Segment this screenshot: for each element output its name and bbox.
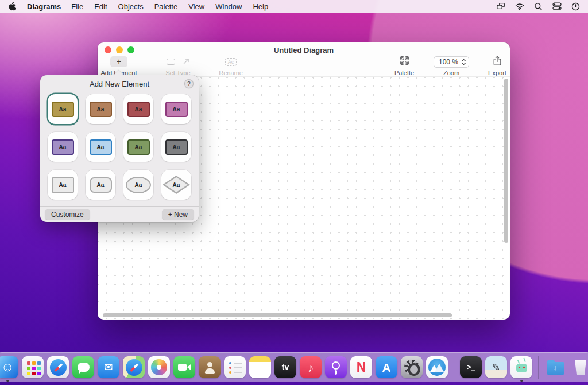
menu-app-name[interactable]: Diagrams	[27, 2, 61, 11]
news-glyph: N	[357, 361, 366, 374]
dock-item-trash[interactable]	[570, 356, 588, 378]
dock-item-finder[interactable]: ☺	[0, 356, 18, 378]
palette-label: Palette	[394, 69, 414, 76]
element-swatch: Aa	[52, 102, 74, 117]
dock-item-tv[interactable]: tv	[274, 356, 296, 378]
maps-icon	[123, 356, 145, 378]
dock-item-safari[interactable]	[47, 356, 69, 378]
element-style-5[interactable]: Aa	[48, 132, 78, 162]
dock-item-music[interactable]: ♪	[300, 356, 322, 378]
finder-glyph: ☺	[1, 361, 14, 374]
reminders-shape	[229, 362, 232, 365]
bubble-shape	[78, 363, 90, 372]
add-element-button[interactable]: +	[110, 56, 127, 67]
menu-edit[interactable]: Edit	[94, 2, 107, 11]
element-swatch: Aa	[126, 177, 151, 193]
dock: ☺✉tv♪NA>_✎↓	[0, 352, 588, 382]
menu-window[interactable]: Window	[215, 2, 242, 11]
element-style-1[interactable]: Aa	[48, 94, 78, 124]
preview-glyph: ✎	[492, 363, 500, 372]
dock-item-reminders[interactable]	[224, 356, 246, 378]
element-style-8[interactable]: Aa	[161, 132, 191, 162]
dock-item-maps[interactable]	[123, 356, 145, 378]
rename-icon[interactable]: Ac	[225, 58, 237, 66]
terminal-icon: >_	[460, 356, 482, 378]
windows-icon[interactable]	[496, 2, 505, 10]
trash-icon	[570, 356, 588, 378]
menu-palette[interactable]: Palette	[154, 2, 177, 11]
terminal-glyph: >_	[467, 364, 475, 371]
apple-logo-icon[interactable]	[8, 2, 17, 11]
element-style-6[interactable]: Aa	[86, 132, 115, 162]
dock-item-downloads[interactable]: ↓	[544, 356, 566, 378]
element-style-12[interactable]: Aa	[161, 170, 191, 200]
zoom-stepper[interactable]: 100 %	[434, 56, 469, 68]
trash-shape	[574, 360, 587, 375]
element-style-7[interactable]: Aa	[123, 132, 153, 162]
dock-item-launchpad[interactable]	[22, 356, 44, 378]
camera-shape	[178, 364, 187, 371]
stepper-chevrons-icon	[461, 59, 466, 65]
element-label: Aa	[135, 144, 142, 150]
person-shape	[207, 362, 212, 367]
element-style-11[interactable]: Aa	[123, 170, 153, 200]
desktop[interactable]: Diagrams FileEditObjectsPaletteViewWindo…	[0, 0, 588, 385]
dock-item-photos[interactable]	[148, 356, 170, 378]
menu-view[interactable]: View	[188, 2, 204, 11]
tv-icon: tv	[274, 356, 296, 378]
element-label: Aa	[97, 106, 105, 112]
dock-item-contacts[interactable]	[199, 356, 220, 378]
element-swatch: Aa	[90, 139, 112, 155]
element-style-9[interactable]: Aa	[48, 170, 78, 200]
export-share-icon[interactable]	[493, 56, 502, 68]
help-button[interactable]: ?	[184, 79, 194, 88]
tv-glyph: tv	[282, 363, 289, 371]
palette-icon[interactable]	[400, 56, 409, 68]
dock-item-news[interactable]: N	[350, 356, 372, 378]
search-icon[interactable]	[534, 2, 543, 11]
dock-item-notes[interactable]	[249, 356, 271, 378]
element-label: Aa	[97, 182, 105, 188]
running-indicator	[6, 380, 9, 382]
dock-item-diagrams[interactable]	[426, 356, 448, 378]
menu-help[interactable]: Help	[253, 2, 268, 11]
dock-item-system-preferences[interactable]	[401, 356, 423, 378]
element-style-3[interactable]: Aa	[123, 94, 153, 124]
export-label: Export	[488, 69, 506, 76]
horizontal-scrollbar-thumb[interactable]	[103, 313, 452, 317]
add-new-element-popover: Add New Element ? AaAaAaAaAaAaAaAaAaAaAa…	[40, 75, 199, 222]
dock-item-robot-app[interactable]	[510, 356, 532, 378]
podcasts-icon	[325, 356, 347, 378]
dock-item-mail[interactable]: ✉	[98, 356, 119, 378]
element-style-2[interactable]: Aa	[86, 94, 115, 124]
contacts-icon	[199, 356, 220, 378]
dock-separator	[454, 356, 454, 379]
dock-item-terminal[interactable]: >_	[460, 356, 482, 378]
customize-button[interactable]: Customize	[45, 209, 90, 220]
dock-item-messages[interactable]	[72, 356, 94, 378]
element-label: Aa	[59, 144, 67, 150]
podcasts-shape	[332, 361, 340, 370]
shape-type-icon[interactable]	[167, 59, 175, 65]
element-label: Aa	[59, 182, 67, 188]
element-label: Aa	[97, 144, 105, 150]
new-element-button[interactable]: + New	[162, 209, 194, 220]
element-style-4[interactable]: Aa	[161, 94, 191, 124]
dock-item-app-store[interactable]: A	[376, 356, 397, 378]
dock-item-preview[interactable]: ✎	[485, 356, 507, 378]
dock-separator	[538, 356, 539, 379]
menu-file[interactable]: File	[71, 2, 83, 11]
control-center-icon[interactable]	[552, 2, 562, 10]
arrow-type-icon[interactable]	[183, 57, 190, 67]
menu-objects[interactable]: Objects	[118, 2, 144, 11]
app-store-glyph: A	[382, 361, 390, 374]
pinwheel-shape	[151, 359, 167, 375]
clock-icon[interactable]	[571, 2, 580, 11]
dock-item-podcasts[interactable]	[325, 356, 347, 378]
dock-item-facetime[interactable]	[173, 356, 195, 378]
wifi-icon[interactable]	[515, 3, 524, 10]
element-style-10[interactable]: Aa	[86, 170, 115, 200]
vertical-scrollbar-thumb[interactable]	[504, 79, 508, 243]
running-indicator	[520, 380, 523, 382]
system-preferences-icon	[401, 356, 423, 378]
